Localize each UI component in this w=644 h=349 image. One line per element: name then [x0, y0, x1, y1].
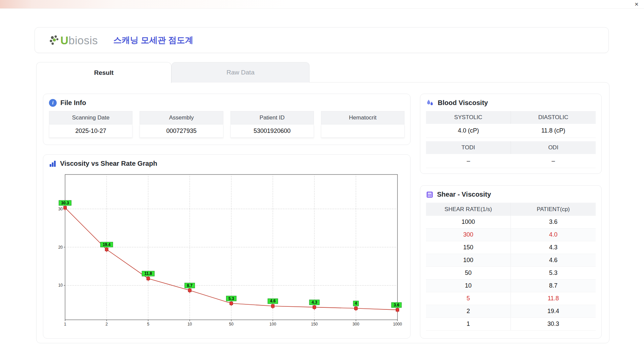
bar-chart-icon — [49, 160, 56, 167]
shear-viscosity-title-text: Shear - Viscosity — [437, 191, 491, 198]
tab-bar: Result Raw Data — [36, 62, 310, 83]
blood-viscosity-grid-1: SYSTOLIC DIASTOLIC 4.0 (cP) 11.8 (cP) — [426, 111, 596, 138]
cell-shear-rate: 150 — [426, 241, 511, 254]
odi-label: ODI — [511, 141, 596, 154]
table-row: 219.4 — [426, 305, 596, 318]
todi-label: TODI — [426, 141, 511, 154]
cell-patient: 19.4 — [511, 305, 596, 317]
svg-text:3.6: 3.6 — [394, 303, 399, 307]
table-grid-icon — [426, 191, 433, 198]
col-shear-rate: SHEAR RATE(1/s) — [426, 203, 511, 216]
field-label: Hematocrit — [321, 111, 405, 124]
table-row: 1504.3 — [426, 241, 596, 254]
diastolic-label: DIASTOLIC — [511, 111, 596, 124]
svg-text:50: 50 — [229, 322, 234, 327]
graph-title: Viscosity vs Shear Rate Graph — [49, 160, 405, 167]
table-row: 511.8 — [426, 292, 596, 305]
cell-shear-rate: 10 — [426, 280, 511, 292]
logo-dots-icon — [49, 35, 60, 46]
file-info-title-text: File Info — [60, 99, 86, 107]
svg-text:1000: 1000 — [393, 322, 402, 327]
app-header: Ubiosis 스캐닝 모세관 점도계 — [35, 27, 609, 53]
page-title: 스캐닝 모세관 점도계 — [113, 35, 194, 46]
svg-text:4: 4 — [355, 301, 357, 306]
table-row: 1004.6 — [426, 254, 596, 267]
close-icon[interactable]: ✕ — [634, 1, 639, 8]
svg-text:5.3: 5.3 — [228, 296, 234, 301]
svg-text:150: 150 — [311, 322, 318, 327]
field-patient-id: Patient ID53001920600 — [230, 111, 314, 138]
cell-shear-rate: 1 — [426, 318, 511, 330]
field-label: Assembly — [140, 111, 223, 124]
cell-patient: 30.3 — [511, 318, 596, 330]
cell-patient: 4.0 — [511, 229, 596, 241]
svg-text:11.8: 11.8 — [144, 271, 152, 276]
table-row: 108.7 — [426, 280, 596, 292]
svg-text:300: 300 — [353, 322, 359, 327]
diastolic-value: 11.8 (cP) — [511, 124, 596, 138]
cell-shear-rate: 50 — [426, 267, 511, 279]
shear-table-header: SHEAR RATE(1/s) PATIENT(cp) — [426, 203, 596, 216]
svg-text:8.7: 8.7 — [187, 283, 193, 288]
field-value: 2025-10-27 — [49, 124, 132, 138]
cell-shear-rate: 5 — [426, 292, 511, 305]
table-row: 505.3 — [426, 267, 596, 280]
info-icon: i — [49, 99, 57, 107]
cell-shear-rate: 100 — [426, 254, 511, 266]
cell-patient: 3.6 — [511, 216, 596, 228]
field-value — [321, 124, 405, 138]
window-titlebar: ✕ — [0, 0, 644, 9]
ubiosis-logo: Ubiosis — [49, 35, 98, 46]
svg-text:10: 10 — [187, 322, 192, 327]
logo-text: Ubiosis — [60, 35, 98, 46]
field-label: Scanning Date — [49, 111, 132, 124]
graph-title-text: Viscosity vs Shear Rate Graph — [60, 160, 157, 167]
tab-raw-data[interactable]: Raw Data — [171, 62, 310, 83]
table-row: 130.3 — [426, 318, 596, 331]
field-label: Patient ID — [230, 111, 314, 124]
svg-text:30: 30 — [58, 207, 63, 211]
graph-panel: Viscosity vs Shear Rate Graph 1251050100… — [43, 154, 411, 339]
blood-viscosity-grid-2: TODI ODI – – — [426, 141, 596, 168]
file-info-panel: i File Info Scanning Date2025-10-27Assem… — [43, 94, 411, 145]
cell-shear-rate: 300 — [426, 229, 511, 241]
svg-text:1: 1 — [64, 322, 66, 327]
svg-text:5: 5 — [147, 322, 149, 327]
cell-shear-rate: 2 — [426, 305, 511, 317]
field-assembly: Assembly000727935 — [140, 111, 223, 138]
svg-text:10: 10 — [58, 283, 63, 288]
field-scanning-date: Scanning Date2025-10-27 — [49, 111, 132, 138]
droplets-icon — [426, 99, 434, 107]
field-hematocrit: Hematocrit — [321, 111, 405, 138]
viscosity-chart: 1251050100150300100010203030.319.411.88.… — [52, 172, 402, 329]
tab-result[interactable]: Result — [36, 62, 171, 83]
file-info-fields: Scanning Date2025-10-27Assembly000727935… — [49, 111, 405, 138]
field-value: 000727935 — [140, 124, 223, 138]
blood-viscosity-title: Blood Viscosity — [426, 99, 596, 107]
app-window: ✕ Ubiosis 스캐닝 모세관 점도계 Result Raw Data i — [0, 0, 644, 349]
shear-viscosity-panel: Shear - Viscosity SHEAR RATE(1/s) PATIEN… — [420, 185, 602, 339]
svg-text:4.6: 4.6 — [270, 299, 276, 303]
todi-value: – — [426, 154, 511, 168]
shear-viscosity-title: Shear - Viscosity — [426, 191, 596, 198]
cell-patient: 4.6 — [511, 254, 596, 266]
svg-text:4.3: 4.3 — [312, 300, 317, 305]
svg-text:2: 2 — [106, 322, 108, 327]
svg-text:30.3: 30.3 — [61, 201, 69, 205]
odi-value: – — [511, 154, 596, 168]
systolic-value: 4.0 (cP) — [426, 124, 511, 138]
blood-viscosity-panel: Blood Viscosity SYSTOLIC DIASTOLIC 4.0 (… — [420, 94, 602, 174]
file-info-title: i File Info — [49, 99, 405, 107]
cell-shear-rate: 1000 — [426, 216, 511, 228]
cell-patient: 11.8 — [511, 292, 596, 305]
svg-text:19.4: 19.4 — [103, 242, 111, 247]
systolic-label: SYSTOLIC — [426, 111, 511, 124]
blood-viscosity-title-text: Blood Viscosity — [438, 99, 488, 107]
table-row: 10003.6 — [426, 216, 596, 229]
svg-text:100: 100 — [269, 322, 276, 327]
col-patient: PATIENT(cp) — [511, 203, 596, 216]
shear-table-body: 10003.63004.01504.31004.6505.3108.7511.8… — [426, 216, 596, 331]
field-value: 53001920600 — [230, 124, 314, 138]
cell-patient: 4.3 — [511, 241, 596, 254]
cell-patient: 8.7 — [511, 280, 596, 292]
